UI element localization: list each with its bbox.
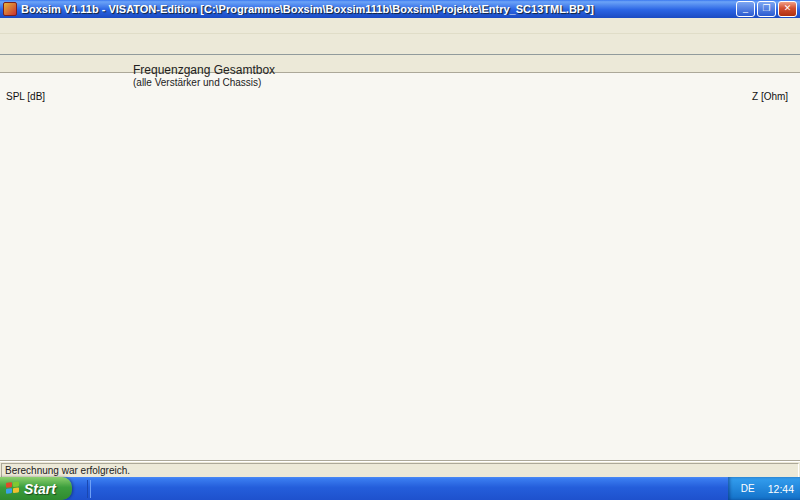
status-bar: Berechnung war erfolgreich.	[0, 461, 800, 477]
chart-title: Frequenzgang Gesamtbox	[133, 63, 275, 77]
app-icon	[3, 2, 17, 16]
window-title: Boxsim V1.11b - VISATON-Edition [C:\Prog…	[21, 3, 736, 15]
restore-button[interactable]: ❐	[757, 1, 776, 17]
system-tray: DE 12:44	[728, 477, 800, 500]
minimize-button[interactable]: _	[736, 1, 755, 17]
frequency-response-chart	[0, 61, 800, 446]
menu-bar	[0, 18, 800, 34]
close-button[interactable]: ✕	[778, 1, 797, 17]
right-axis-label: Z [Ohm]	[752, 91, 788, 102]
screen: { "window": { "title": "Boxsim V1.11b - …	[0, 0, 800, 500]
chart-subtitle: (alle Verstärker und Chassis)	[133, 77, 261, 88]
start-label: Start	[24, 481, 56, 497]
title-bar: Boxsim V1.11b - VISATON-Edition [C:\Prog…	[0, 0, 800, 18]
chart-panel: Frequenzgang Gesamtbox (alle Verstärker …	[0, 72, 800, 461]
language-indicator[interactable]: DE	[738, 483, 758, 494]
taskbar-clock: 12:44	[768, 483, 794, 495]
taskbar-separator	[87, 480, 91, 498]
taskbar: Start DE 12:44	[0, 477, 800, 500]
tab-strip	[0, 34, 800, 54]
start-button[interactable]: Start	[0, 477, 72, 500]
status-text: Berechnung war erfolgreich.	[1, 463, 799, 478]
windows-logo-icon	[6, 481, 20, 495]
left-axis-label: SPL [dB]	[6, 91, 45, 102]
